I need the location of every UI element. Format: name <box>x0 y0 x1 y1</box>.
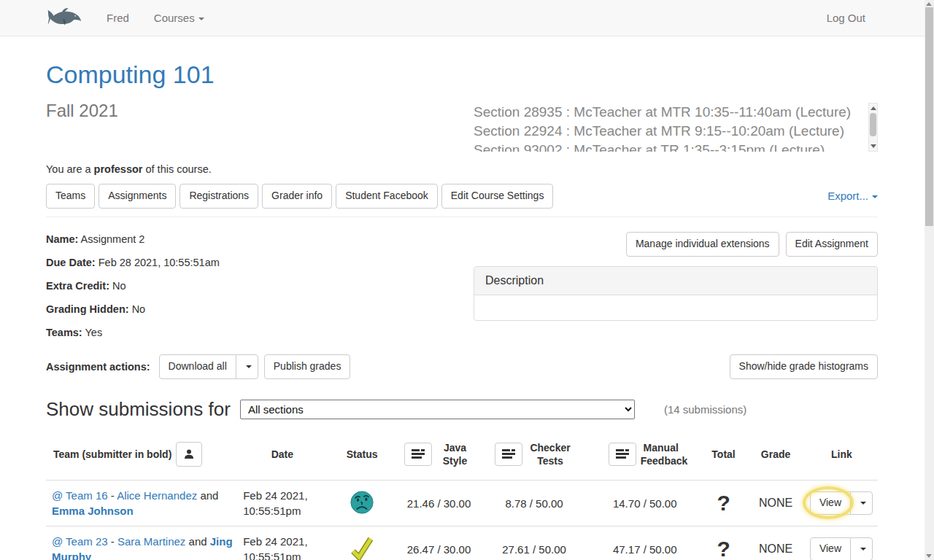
scroll-down-arrow[interactable] <box>871 144 876 148</box>
team-cell: @ Team 16 - Alice Hernandez and Emma Joh… <box>46 481 239 526</box>
section-filter-select[interactable]: All sections <box>240 400 635 419</box>
total-cell: ? <box>701 481 746 526</box>
person-icon <box>183 448 195 460</box>
role-prefix: You are a <box>46 163 94 175</box>
course-heading-block: Computing 101 Fall 2021 <box>46 61 215 152</box>
toolbar-button[interactable]: Teams <box>46 184 95 209</box>
manual-feedback-histogram-button[interactable] <box>609 443 636 466</box>
field-label: Grading Hidden: <box>46 303 129 315</box>
date-cell: Feb 24 2021, 10:55:51pm <box>239 481 325 526</box>
view-dropdown-toggle[interactable] <box>850 491 873 515</box>
team-text: - <box>108 489 117 502</box>
java-style-histogram-button[interactable] <box>404 443 432 466</box>
home-brand[interactable] <box>47 7 82 29</box>
field-value: Assignment 2 <box>81 233 145 245</box>
field-label: Name: <box>46 233 78 245</box>
toolbar-button[interactable]: Assignments <box>99 184 176 209</box>
checker-tests-cell: 8.78 / 50.00 <box>479 481 588 526</box>
view-button[interactable]: View <box>810 491 851 515</box>
date-line2: 10:55:51pm <box>243 549 321 560</box>
description-panel: Description <box>474 266 878 321</box>
scrollbar-thumb[interactable] <box>870 113 876 136</box>
download-all-dropdown-toggle[interactable] <box>236 354 258 379</box>
toggle-anonymous-button[interactable] <box>176 442 202 467</box>
checker-tests-histogram-button[interactable] <box>495 443 522 466</box>
export-dropdown[interactable]: Export... <box>827 190 878 202</box>
sections-scroll-box[interactable]: Section 28935 : McTeacher at MTR 10:35--… <box>474 103 878 152</box>
grade-cell: NONE <box>746 526 806 560</box>
date-line1: Feb 24 2021, <box>243 534 321 549</box>
status-cell <box>326 481 398 526</box>
toolbar-button[interactable]: Edit Course Settings <box>441 184 554 209</box>
scroll-up-arrow[interactable] <box>871 106 876 110</box>
date-line2: 10:55:51pm <box>243 503 321 518</box>
histogram-bars-icon <box>502 449 515 459</box>
link-header: Link <box>806 428 878 481</box>
caret-down-icon <box>860 548 866 551</box>
field-label: Due Date: <box>46 257 96 268</box>
checker-tests-header: Checker Tests <box>479 428 588 481</box>
toolbar-button[interactable]: Registrations <box>180 184 258 209</box>
course-term: Fall 2021 <box>46 101 215 121</box>
manage-extensions-button[interactable]: Manage individual extensions <box>626 232 779 257</box>
nav-user-link[interactable]: Fred <box>107 12 129 24</box>
assignment-field: Extra Credit: No <box>46 280 425 292</box>
assignment-fields: Name: Assignment 2Due Date: Feb 28 2021,… <box>46 232 425 350</box>
team-link[interactable]: @ Team 16 <box>52 489 108 502</box>
logout-link[interactable]: Log Out <box>827 12 865 24</box>
team-cell: @ Team 23 - Sara Martinez and Jing Murph… <box>46 526 239 560</box>
scroll-up-arrow[interactable] <box>926 2 932 6</box>
java-style-header: Java Style <box>398 428 480 481</box>
view-dropdown-toggle[interactable] <box>850 537 873 560</box>
scrollbar-thumb[interactable] <box>925 7 933 226</box>
assignment-field: Teams: Yes <box>46 327 425 338</box>
sections-scrollbar <box>868 103 878 152</box>
assignment-field: Name: Assignment 2 <box>46 233 425 245</box>
field-label: Teams: <box>46 327 82 338</box>
page-scrollbar <box>925 0 934 560</box>
nav-courses-dropdown[interactable]: Courses <box>154 12 204 24</box>
publish-grades-button[interactable]: Publish grades <box>264 354 351 379</box>
histogram-bars-icon <box>616 449 629 459</box>
edit-assignment-button[interactable]: Edit Assignment <box>786 232 878 257</box>
view-button[interactable]: View <box>810 537 851 560</box>
team-header: Team (submitter in bold) <box>46 428 239 481</box>
field-value: Yes <box>85 327 102 338</box>
histogram-bars-icon <box>412 449 425 459</box>
table-row: @ Team 16 - Alice Hernandez and Emma Joh… <box>46 481 878 526</box>
scroll-down-arrow[interactable] <box>926 554 932 558</box>
caret-down-icon <box>860 502 866 505</box>
total-header: Total <box>701 428 746 481</box>
team-link[interactable]: @ Team 23 <box>52 535 108 548</box>
manual-feedback-label: Manual Feedback <box>641 441 682 467</box>
caret-down-icon <box>872 195 878 198</box>
download-all-button[interactable]: Download all <box>159 354 236 379</box>
team-link[interactable]: Alice Hernandez <box>117 489 197 502</box>
assignment-actions-label: Assignment actions: <box>46 361 150 373</box>
checker-tests-cell: 27.61 / 50.00 <box>479 526 588 560</box>
sad-face-icon <box>350 490 374 515</box>
java-style-label: Java Style <box>436 441 473 467</box>
assignment-field: Grading Hidden: No <box>46 303 425 315</box>
link-cell: View <box>806 481 878 526</box>
checker-tests-label: Checker Tests <box>527 441 574 467</box>
nav-courses-label: Courses <box>154 12 195 24</box>
toolbar-button[interactable]: Grader info <box>262 184 332 209</box>
assignment-field: Due Date: Feb 28 2021, 10:55:51am <box>46 257 425 268</box>
grade-header: Grade <box>746 428 806 481</box>
java-style-cell: 26.47 / 30.00 <box>398 526 480 560</box>
role-sentence: You are a professor of this course. <box>46 163 878 175</box>
export-label: Export... <box>827 190 868 202</box>
java-style-cell: 21.46 / 30.00 <box>398 481 480 526</box>
show-hide-histograms-button[interactable]: Show/hide grade histograms <box>730 354 878 379</box>
team-text: and <box>185 535 209 548</box>
team-link[interactable]: Sara Martinez <box>117 535 185 548</box>
team-header-label: Team (submitter in bold) <box>53 448 171 460</box>
toolbar-button[interactable]: Student Facebook <box>336 184 438 209</box>
role-name: professor <box>94 163 143 175</box>
team-member-link-bold[interactable]: Emma Johnson <box>52 505 134 517</box>
page-title: Computing 101 <box>46 61 215 88</box>
manual-feedback-header: Manual Feedback <box>589 428 701 481</box>
team-text: and <box>197 489 218 502</box>
field-value: Feb 28 2021, 10:55:51am <box>99 257 220 268</box>
